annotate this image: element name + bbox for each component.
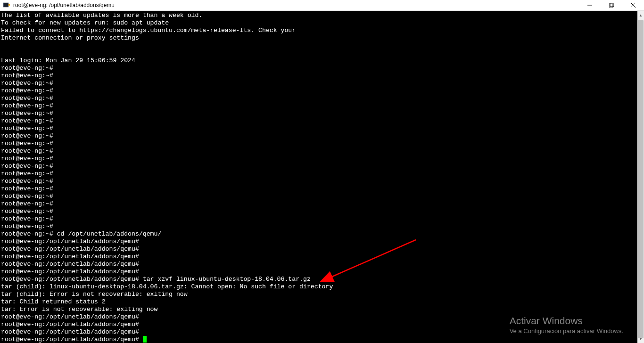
maximize-button[interactable] bbox=[601, 0, 622, 10]
terminal-line: root@eve-ng:/opt/unetlab/addons/qemu# bbox=[1, 261, 637, 268]
terminal-line: root@eve-ng:~# bbox=[1, 110, 637, 117]
terminal[interactable]: The list of available updates is more th… bbox=[0, 11, 637, 343]
terminal-line: root@eve-ng:/opt/unetlab/addons/qemu# bbox=[1, 328, 637, 336]
terminal-line: root@eve-ng:~# bbox=[1, 117, 637, 125]
terminal-line: root@eve-ng:~# bbox=[1, 215, 637, 223]
terminal-line: root@eve-ng:~# bbox=[1, 147, 637, 155]
terminal-line: root@eve-ng:~# bbox=[1, 125, 637, 132]
window-title: root@eve-ng: /opt/unetlab/addons/qemu bbox=[13, 2, 115, 8]
terminal-line: root@eve-ng:~# bbox=[1, 155, 637, 163]
terminal-line: root@eve-ng:~# bbox=[1, 200, 637, 208]
terminal-line: tar: Error is not recoverable: exiting n… bbox=[1, 306, 637, 313]
terminal-line: tar (child): Error is not recoverable: e… bbox=[1, 291, 637, 298]
terminal-line: To check for new updates run: sudo apt u… bbox=[1, 19, 637, 27]
svg-rect-5 bbox=[609, 4, 613, 8]
terminal-line: root@eve-ng:/opt/unetlab/addons/qemu# ta… bbox=[1, 276, 637, 283]
terminal-line: root@eve-ng:~# bbox=[1, 208, 637, 215]
terminal-line: root@eve-ng:~# bbox=[1, 65, 637, 72]
terminal-line: root@eve-ng:~# cd /opt/unetlab/addons/qe… bbox=[1, 230, 637, 238]
terminal-line: root@eve-ng:/opt/unetlab/addons/qemu# bbox=[1, 238, 637, 245]
terminal-line: root@eve-ng:~# bbox=[1, 132, 637, 140]
terminal-line: The list of available updates is more th… bbox=[1, 12, 637, 19]
terminal-line: root@eve-ng:~# bbox=[1, 140, 637, 147]
terminal-line: root@eve-ng:/opt/unetlab/addons/qemu# bbox=[1, 313, 637, 321]
scrollbar-up-icon[interactable]: ▲ bbox=[637, 12, 644, 18]
terminal-line: root@eve-ng:/opt/unetlab/addons/qemu# bbox=[1, 245, 637, 253]
terminal-line: root@eve-ng:~# bbox=[1, 185, 637, 193]
terminal-line: root@eve-ng:/opt/unetlab/addons/qemu# bbox=[1, 321, 637, 328]
svg-rect-1 bbox=[4, 3, 8, 7]
terminal-area: The list of available updates is more th… bbox=[0, 11, 644, 343]
terminal-line: root@eve-ng:~# bbox=[1, 95, 637, 102]
terminal-line: root@eve-ng:/opt/unetlab/addons/qemu# bbox=[1, 253, 637, 261]
terminal-line: root@eve-ng:~# bbox=[1, 223, 637, 230]
terminal-line: root@eve-ng:~# bbox=[1, 178, 637, 185]
window-controls bbox=[579, 0, 644, 10]
terminal-line: Internet connection or proxy settings bbox=[1, 34, 637, 42]
terminal-line: root@eve-ng:~# bbox=[1, 80, 637, 87]
scrollbar-down-icon[interactable]: ▼ bbox=[637, 335, 644, 342]
terminal-line: Failed to connect to https://changelogs.… bbox=[1, 27, 637, 34]
svg-rect-2 bbox=[8, 4, 10, 6]
terminal-line: root@eve-ng:~# bbox=[1, 87, 637, 95]
terminal-line: Last login: Mon Jan 29 15:06:59 2024 bbox=[1, 57, 637, 65]
minimize-button[interactable] bbox=[579, 0, 601, 10]
terminal-line: root@eve-ng:~# bbox=[1, 72, 637, 80]
window-titlebar: root@eve-ng: /opt/unetlab/addons/qemu bbox=[0, 0, 644, 11]
scrollbar-thumb[interactable] bbox=[638, 20, 644, 338]
terminal-line: root@eve-ng:~# bbox=[1, 170, 637, 178]
svg-rect-6 bbox=[610, 3, 614, 7]
terminal-current-line: root@eve-ng:/opt/unetlab/addons/qemu# bbox=[1, 336, 637, 343]
terminal-line bbox=[1, 42, 637, 49]
terminal-line: tar: Child returned status 2 bbox=[1, 298, 637, 306]
terminal-line bbox=[1, 49, 637, 57]
terminal-line: tar (child): linux-ubuntu-desktop-18.04.… bbox=[1, 283, 637, 291]
close-button[interactable] bbox=[622, 0, 644, 10]
terminal-line: root@eve-ng:/opt/unetlab/addons/qemu# bbox=[1, 268, 637, 276]
vertical-scrollbar[interactable]: ▲ ▼ bbox=[637, 11, 644, 343]
putty-icon bbox=[3, 1, 10, 9]
terminal-line: root@eve-ng:~# bbox=[1, 163, 637, 170]
terminal-line: root@eve-ng:~# bbox=[1, 193, 637, 200]
terminal-line: root@eve-ng:~# bbox=[1, 102, 637, 110]
terminal-cursor bbox=[143, 336, 147, 343]
